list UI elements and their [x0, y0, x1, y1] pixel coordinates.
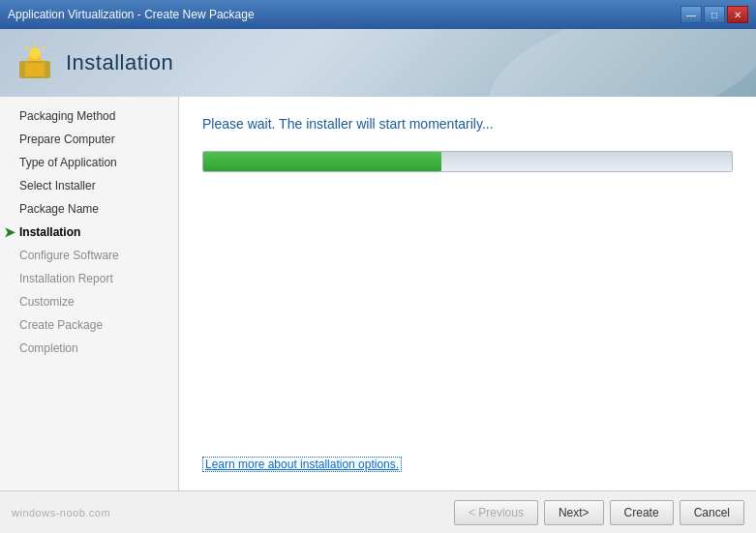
maximize-button[interactable]: □: [704, 6, 725, 23]
content-message: Please wait. The installer will start mo…: [202, 116, 733, 132]
footer-buttons: < Previous Next> Create Cancel: [454, 500, 744, 525]
sidebar-item-installation-report[interactable]: ➤ Installation Report: [0, 267, 178, 290]
arrow-active-icon: ➤: [4, 224, 15, 240]
learn-more-link[interactable]: Learn more about installation options.: [202, 457, 402, 472]
footer: windows-noob.com < Previous Next> Create…: [0, 490, 756, 533]
svg-line-5: [43, 46, 45, 48]
installation-icon: [15, 44, 54, 82]
title-bar: Application Virtualization - Create New …: [0, 0, 756, 29]
header-title: Installation: [66, 50, 173, 75]
previous-button[interactable]: < Previous: [454, 500, 538, 525]
minimize-button[interactable]: —: [680, 6, 702, 23]
next-button[interactable]: Next>: [544, 500, 604, 525]
progress-bar-fill: [203, 152, 441, 171]
sidebar-item-create-package[interactable]: ➤ Create Package: [0, 313, 178, 337]
header-banner: Installation: [0, 29, 756, 97]
learn-more-area: Learn more about installation options.: [202, 438, 733, 471]
sidebar-item-select-installer[interactable]: ➤ Select Installer: [0, 174, 178, 197]
close-button[interactable]: ✕: [727, 6, 748, 23]
create-button[interactable]: Create: [610, 500, 674, 525]
main-area: ➤ Packaging Method ➤ Prepare Computer ➤ …: [0, 97, 756, 490]
svg-point-3: [29, 47, 41, 59]
content-panel: Please wait. The installer will start mo…: [179, 97, 756, 490]
title-bar-text: Application Virtualization - Create New …: [8, 8, 255, 21]
cancel-button[interactable]: Cancel: [680, 500, 744, 525]
title-bar-controls: — □ ✕: [680, 6, 748, 23]
sidebar: ➤ Packaging Method ➤ Prepare Computer ➤ …: [0, 97, 179, 490]
sidebar-item-packaging-method[interactable]: ➤ Packaging Method: [0, 104, 178, 128]
sidebar-item-package-name[interactable]: ➤ Package Name: [0, 197, 178, 221]
sidebar-item-installation[interactable]: ➤ Installation: [0, 221, 178, 244]
sidebar-item-completion[interactable]: ➤ Completion: [0, 337, 178, 360]
svg-rect-2: [25, 63, 45, 76]
sidebar-item-type-of-application[interactable]: ➤ Type of Application: [0, 151, 178, 174]
sidebar-item-configure-software[interactable]: ➤ Configure Software: [0, 244, 178, 267]
watermark-text: windows-noob.com: [12, 507, 110, 518]
sidebar-item-prepare-computer[interactable]: ➤ Prepare Computer: [0, 128, 178, 151]
svg-line-6: [25, 46, 27, 48]
sidebar-item-customize[interactable]: ➤ Customize: [0, 290, 178, 313]
progress-bar-container: [202, 151, 733, 172]
